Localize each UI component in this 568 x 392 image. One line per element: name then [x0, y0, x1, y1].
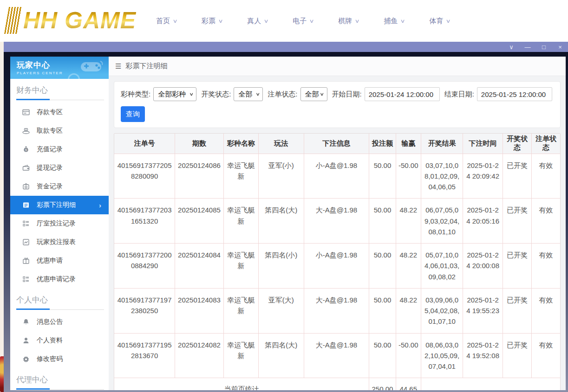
sidebar-header: 玩家中心 PLAYERS CENTER	[10, 57, 109, 79]
cell-play: 第四名(大)	[259, 199, 304, 244]
top-header: HH GAME 首页 ∨ 彩票 ∨ 真人 ∨ 电子 ∨ 棋牌	[0, 0, 568, 42]
cell-bet-id: 401569173771972380250	[114, 288, 175, 333]
nav-item-label: 体育	[429, 17, 443, 26]
cell-period: 20250124082	[175, 333, 224, 378]
select-chevron-icon: ∨	[189, 92, 194, 96]
order-status-select[interactable]: 全部 ∨	[300, 87, 327, 101]
logo: HH GAME	[7, 3, 136, 38]
sidebar-item-label: 个人资料	[37, 336, 63, 345]
sidebar-item-lottery-bet-details[interactable]: 彩票下注明细 ›	[10, 196, 109, 214]
draw-status-value: 全部	[238, 90, 252, 99]
cell-lottery: 幸运飞艇新	[223, 244, 258, 289]
cell-play: 第四名(小)	[259, 244, 304, 289]
cell-bet-info: 小-A盘@1.98	[304, 154, 369, 199]
nav-item-label: 彩票	[202, 17, 215, 26]
cell-bet-id: 401569173771952813670	[114, 333, 175, 378]
lottery-type-label: 彩种类型:	[121, 90, 150, 99]
sidebar-item-label: 资金记录	[37, 182, 63, 191]
window-titlebar[interactable]: ∨ — □ ×	[4, 42, 568, 52]
nav-item[interactable]: 首页 ∨	[156, 17, 177, 26]
sidebar-item-label: 取款专区	[37, 127, 63, 135]
sidebar-item-hall-bet-records[interactable]: 厅室投注记录	[10, 214, 109, 233]
cell-amount: 50.00	[369, 288, 396, 333]
chevron-right-icon: ›	[99, 201, 101, 209]
end-date-input[interactable]	[477, 87, 552, 101]
draw-status-label: 开奖状态:	[201, 90, 231, 99]
nav-item[interactable]: 棋牌 ∨	[338, 17, 359, 26]
nav-item[interactable]: 彩票 ∨	[202, 17, 222, 26]
nav-item[interactable]: 真人 ∨	[247, 17, 268, 26]
sidebar-item-player-bet-report[interactable]: 玩家投注报表	[10, 233, 109, 251]
nav-item[interactable]: 体育 ∨	[429, 17, 450, 26]
section-underline	[16, 308, 103, 310]
money-bag-icon: $	[22, 146, 30, 153]
cell-win-loss: 48.22	[396, 288, 421, 333]
bet-table-card: 注单号 期数 彩种名称 玩法 下注信息 投注额 输赢 开奖结果 下注时间 开奖状…	[114, 133, 561, 390]
window-maximize-icon[interactable]: □	[541, 44, 547, 50]
sidebar-item-label: 存款专区	[37, 108, 63, 116]
sidebar-section-agent: 代理中心	[10, 368, 109, 388]
sidebar-item-label: 消息公告	[37, 318, 63, 326]
cell-result: 03,07,10,08,01,02,09,04,06,05	[421, 154, 463, 199]
cell-play: 第四名(大)	[259, 333, 304, 378]
sidebar-item-deposit-zone[interactable]: 存款专区	[10, 103, 109, 122]
sidebar-item-withdraw-zone[interactable]: 取款专区	[10, 122, 109, 140]
cell-amount: 50.00	[369, 244, 396, 289]
sidebar-item-funds-records[interactable]: 资金记录	[10, 177, 109, 196]
start-date-input[interactable]	[365, 87, 440, 101]
cell-order-status: 有效	[532, 244, 560, 289]
sidebar-item-label: 修改密码	[37, 355, 63, 363]
sidebar-item-promo-apply[interactable]: 优惠申请	[10, 251, 109, 270]
col-draw-status: 开奖状态	[503, 134, 531, 154]
sidebar-item-promo-apply-records[interactable]: 优惠申请记录	[10, 270, 109, 289]
table-row: 401569173771952813670 20250124082 幸运飞艇新 …	[114, 333, 560, 378]
lottery-type-value: 全部彩种	[158, 90, 186, 99]
cell-result: 05,07,10,04,06,01,03,09,08,02	[421, 244, 463, 289]
cell-result: 06,07,05,09,03,02,04,08,01,10	[421, 199, 463, 244]
col-bet-id: 注单号	[114, 134, 175, 154]
col-amount: 投注额	[369, 134, 396, 154]
draw-status-select[interactable]: 全部 ∨	[234, 87, 263, 101]
filter-card: 彩种类型: 全部彩种 ∨ 开奖状态: 全部 ∨ 注单状态: 全部 ∨ 开始日期:…	[114, 81, 561, 128]
cell-order-status: 有效	[532, 154, 560, 199]
window-dropdown-icon[interactable]: ∨	[508, 44, 515, 50]
col-lottery: 彩种名称	[223, 134, 258, 154]
cell-bet-time: 2025-01-24 20:05:16	[463, 199, 503, 244]
cell-order-status: 有效	[532, 288, 560, 333]
cell-lottery: 幸运飞艇新	[223, 288, 258, 333]
cell-lottery: 幸运飞艇新	[223, 154, 258, 199]
chevron-down-icon: ∨	[400, 18, 405, 24]
cell-order-status: 有效	[532, 199, 560, 244]
hamburger-icon[interactable]: ☰	[115, 62, 121, 71]
page-summary-row: 当前页统计 250.00 44.65	[114, 378, 560, 390]
sidebar-item-change-password[interactable]: 修改密码	[10, 350, 109, 368]
page-summary-win-loss: 44.65	[396, 378, 421, 390]
cell-bet-info: 小-A盘@1.98	[304, 244, 369, 289]
table-row: 401569173771972380250 20250124083 幸运飞艇新 …	[114, 288, 560, 333]
order-status-label: 注单状态:	[268, 90, 297, 99]
sidebar-item-messages[interactable]: 消息公告	[10, 313, 109, 331]
table-row: 401569173772058280090 20250124086 幸运飞艇新 …	[114, 154, 560, 199]
bet-table: 注单号 期数 彩种名称 玩法 下注信息 投注额 输赢 开奖结果 下注时间 开奖状…	[114, 134, 560, 390]
cell-draw-status: 已开奖	[503, 333, 531, 378]
desktop-background-sliver	[0, 42, 4, 392]
lottery-type-select[interactable]: 全部彩种 ∨	[153, 87, 196, 101]
cell-win-loss: -50.00	[396, 154, 421, 199]
section-underline	[16, 388, 103, 390]
cell-bet-id: 401569173772000884290	[114, 244, 175, 289]
window-minimize-icon[interactable]: —	[524, 44, 531, 50]
cell-draw-status: 已开奖	[503, 154, 531, 199]
search-button[interactable]: 查询	[121, 106, 145, 122]
sidebar-item-recharge-records[interactable]: $ 充值记录	[10, 140, 109, 159]
sidebar-item-profile[interactable]: 个人资料	[10, 331, 109, 350]
chevron-down-icon: ∨	[446, 18, 451, 24]
nav-item[interactable]: 捕鱼 ∨	[384, 17, 405, 26]
nav-item[interactable]: 电子 ∨	[293, 17, 313, 26]
chevron-down-icon: ∨	[172, 18, 177, 24]
window-close-icon[interactable]: ×	[557, 44, 563, 50]
cell-draw-status: 已开奖	[503, 244, 531, 289]
sidebar-item-withdrawal-records[interactable]: 提现记录	[10, 159, 109, 177]
gear-icon	[22, 355, 30, 363]
checklist-icon	[22, 220, 30, 227]
sidebar-item-label: 厅室投注记录	[37, 219, 76, 228]
